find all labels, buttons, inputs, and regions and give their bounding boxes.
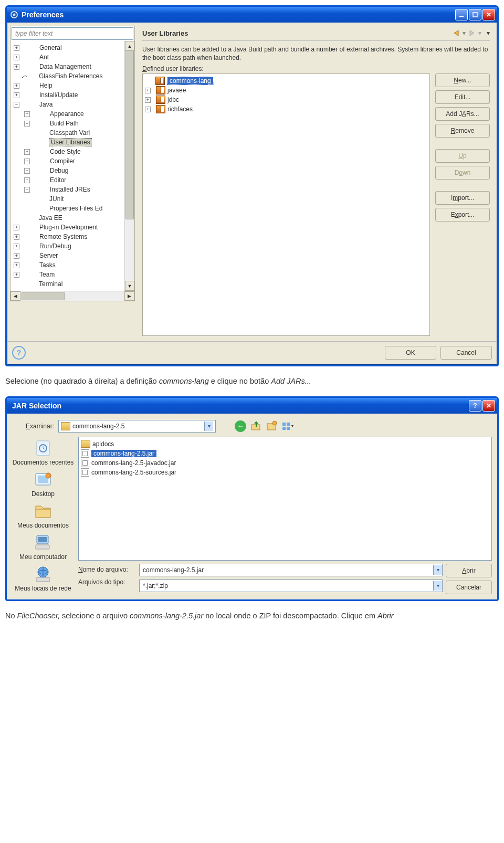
export-button[interactable]: Export...: [435, 208, 490, 222]
scroll-left-arrow[interactable]: ◀: [10, 291, 20, 301]
svg-rect-2: [459, 16, 464, 17]
new-button[interactable]: New...: [435, 73, 490, 87]
ok-button[interactable]: OK: [385, 346, 436, 360]
user-libraries-list[interactable]: commons-lang +javaee +jdbc +richfaces: [142, 73, 430, 336]
titlebar[interactable]: JAR Selection ? ✕: [7, 398, 497, 414]
scroll-up-arrow[interactable]: ▲: [125, 41, 134, 51]
gear-icon: [10, 10, 18, 19]
back-icon[interactable]: [451, 29, 461, 37]
svg-rect-8: [282, 423, 286, 426]
open-button[interactable]: Abrir: [446, 564, 492, 577]
detail-description: User libraries can be added to a Java Bu…: [142, 41, 490, 64]
filetype-combo[interactable]: *.jar;*.zip▾: [139, 579, 443, 592]
new-folder-icon[interactable]: [266, 420, 278, 432]
back-icon[interactable]: ←: [235, 420, 246, 432]
window-title: JAR Selection: [12, 402, 61, 410]
dropdown-arrow-icon[interactable]: ▾: [433, 581, 442, 591]
places-bar: Documentos recentes Desktop Meus documen…: [12, 437, 74, 594]
filetype-label: Arquivos do tipo:: [78, 578, 136, 586]
maximize-button[interactable]: [469, 9, 481, 20]
titlebar[interactable]: Preferences ✕: [7, 7, 497, 23]
jar-icon: [81, 449, 89, 458]
svg-point-1: [13, 14, 16, 16]
place-desktop[interactable]: Desktop: [12, 470, 74, 498]
lib-selected[interactable]: commons-lang: [167, 77, 214, 85]
detail-panel: User Libraries ▾ ▾ ▾ User libraries can …: [138, 26, 494, 338]
dropdown-arrow-icon[interactable]: ▾: [433, 565, 442, 575]
svg-rect-21: [37, 577, 49, 582]
file-list[interactable]: apidocs commons-lang-2.5.jar commons-lan…: [78, 437, 492, 561]
folder-icon: [61, 422, 70, 430]
forward-icon: [467, 29, 477, 37]
filename-combo[interactable]: commons-lang-2.5.jar▾: [139, 564, 443, 576]
jar-selection-window: JAR Selection ? ✕ Examinar: commons-lang…: [5, 396, 499, 601]
filename-label: Nome do arquivo:: [78, 566, 136, 573]
add-jars-button[interactable]: Add JARs...: [435, 107, 490, 121]
scroll-down-arrow[interactable]: ▼: [125, 281, 134, 291]
down-button: Down: [435, 166, 490, 180]
svg-point-7: [272, 421, 277, 425]
up-folder-icon[interactable]: [250, 420, 262, 432]
up-button: Up: [435, 149, 490, 163]
help-icon[interactable]: ?: [12, 346, 26, 360]
place-recent-documents[interactable]: Documentos recentes: [12, 439, 74, 466]
import-button[interactable]: Import...: [435, 191, 490, 205]
svg-rect-10: [282, 427, 286, 430]
defined-libraries-label: Defined user libraries:: [142, 64, 490, 73]
examinar-label: Examinar:: [12, 423, 54, 430]
window-title: Preferences: [22, 10, 64, 19]
caption-2: No FileChooser, selecione o arquivo comm…: [5, 610, 499, 621]
file-selected[interactable]: commons-lang-2.5.jar: [91, 450, 156, 457]
sidebar: type filter text +General +Ant +Data Man…: [10, 26, 135, 301]
svg-point-16: [46, 473, 51, 478]
svg-rect-18: [38, 537, 47, 542]
expand-icon[interactable]: +: [14, 45, 19, 51]
dialog-footer: ? OK Cancel: [7, 341, 497, 365]
svg-rect-9: [287, 423, 290, 426]
tree-selected[interactable]: User Libraries: [49, 138, 92, 146]
svg-rect-11: [287, 427, 290, 430]
menu-arrow-icon[interactable]: ▾: [487, 29, 490, 37]
place-network[interactable]: Meus locais de rede: [12, 565, 74, 592]
tree-hscroll[interactable]: ◀ ▶: [10, 291, 134, 301]
help-button[interactable]: ?: [469, 400, 481, 412]
place-my-computer[interactable]: Meu computador: [12, 533, 74, 561]
glassfish-icon: [21, 72, 29, 80]
scroll-right-arrow[interactable]: ▶: [124, 291, 134, 301]
minimize-button[interactable]: [455, 9, 468, 20]
lookin-combo[interactable]: commons-lang-2.5 ▾: [58, 420, 216, 433]
library-icon: [155, 77, 165, 85]
view-menu-icon[interactable]: ▾: [282, 420, 293, 432]
close-button[interactable]: ✕: [482, 400, 495, 412]
svg-rect-3: [473, 13, 477, 17]
svg-point-4: [22, 77, 23, 78]
caption-1: Selecione (no quadrado à direita) a defi…: [5, 376, 499, 386]
cancel-button[interactable]: Cancelar: [446, 581, 492, 594]
dropdown-arrow-icon[interactable]: ▾: [204, 422, 213, 431]
remove-button[interactable]: Remove: [435, 124, 490, 138]
folder-icon: [81, 440, 90, 448]
tree-vscroll[interactable]: ▲ ▼: [124, 41, 134, 291]
close-button[interactable]: ✕: [482, 9, 495, 20]
place-my-documents[interactable]: Meus documentos: [12, 502, 74, 529]
edit-button[interactable]: Edit...: [435, 90, 490, 104]
preferences-window: Preferences ✕ type filter text +General …: [5, 5, 499, 366]
cancel-button[interactable]: Cancel: [440, 346, 492, 360]
svg-rect-19: [36, 545, 49, 549]
detail-title: User Libraries: [142, 29, 450, 37]
preferences-tree[interactable]: +General +Ant +Data Management GlassFish…: [10, 41, 124, 291]
filter-input[interactable]: type filter text: [12, 27, 133, 40]
